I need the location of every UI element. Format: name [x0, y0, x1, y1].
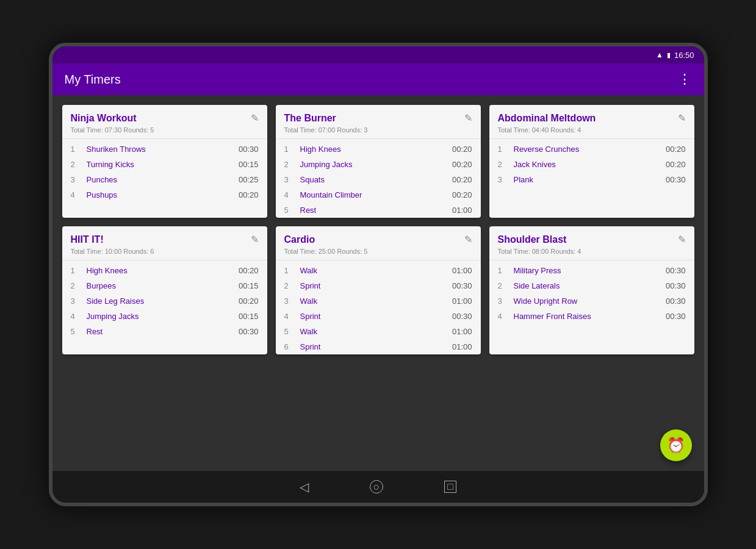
- exercise-number: 2: [498, 281, 508, 290]
- card-title-ninja-workout: Ninja Workout: [71, 113, 137, 124]
- card-divider-ninja-workout: [62, 138, 267, 139]
- card-divider-hiit-it: [62, 260, 267, 260]
- exercise-name: Side Leg Raises: [87, 296, 232, 306]
- battery-icon: ▮: [667, 51, 671, 59]
- list-item: 3Side Leg Raises00:20: [62, 293, 267, 309]
- card-the-burner[interactable]: The Burner✎Total Time: 07:00 Rounds: 31H…: [276, 105, 481, 218]
- exercise-number: 3: [498, 296, 508, 306]
- exercise-number: 2: [498, 160, 508, 169]
- status-time: 16:50: [674, 51, 694, 60]
- exercise-duration: 00:20: [452, 160, 472, 169]
- list-item: 1Shuriken Throws00:30: [62, 142, 267, 157]
- edit-button-the-burner[interactable]: ✎: [464, 112, 472, 124]
- recents-button[interactable]: □: [444, 481, 456, 493]
- card-shoulder-blast[interactable]: Shoulder Blast✎Total Time: 08:00 Rounds:…: [489, 226, 694, 354]
- card-header-the-burner: The Burner✎: [276, 105, 481, 126]
- exercise-name: Plank: [514, 175, 660, 184]
- exercise-duration: 00:25: [239, 175, 259, 184]
- list-item: 1High Knees00:20: [62, 263, 267, 278]
- exercise-duration: 00:30: [452, 312, 472, 321]
- exercise-name: Burpees: [87, 281, 232, 290]
- exercise-name: Rest: [87, 327, 232, 336]
- edit-button-ninja-workout[interactable]: ✎: [251, 112, 259, 124]
- exercise-name: Sprint: [300, 312, 446, 321]
- exercise-number: 5: [284, 206, 294, 215]
- list-item: 2Sprint00:30: [276, 278, 481, 293]
- card-hiit-it[interactable]: HIIT IT!✎Total Time: 10:00 Rounds: 61Hig…: [62, 226, 267, 354]
- exercise-duration: 00:20: [452, 190, 472, 199]
- exercise-number: 6: [284, 342, 294, 351]
- list-item: 4Pushups00:20: [62, 187, 267, 203]
- exercise-duration: 00:30: [239, 145, 259, 154]
- exercise-duration: 01:00: [452, 342, 472, 351]
- exercise-number: 3: [71, 296, 81, 306]
- exercise-number: 3: [284, 175, 294, 184]
- edit-button-hiit-it[interactable]: ✎: [251, 234, 259, 245]
- navigation-bar: ◁ ○ □: [52, 471, 704, 503]
- exercise-duration: 01:00: [452, 266, 472, 275]
- list-item: 3Punches00:25: [62, 172, 267, 187]
- list-item: 4Jumping Jacks00:15: [62, 309, 267, 324]
- card-title-the-burner: The Burner: [284, 113, 336, 124]
- card-divider-the-burner: [276, 138, 481, 139]
- exercise-name: Walk: [300, 266, 446, 275]
- add-timer-fab[interactable]: ⏰: [660, 429, 692, 461]
- exercise-number: 2: [71, 160, 81, 169]
- card-ninja-workout[interactable]: Ninja Workout✎Total Time: 07:30 Rounds: …: [62, 105, 267, 218]
- exercise-duration: 00:30: [666, 266, 686, 275]
- card-subtitle-abdominal-meltdown: Total Time: 04:40 Rounds: 4: [489, 126, 694, 138]
- edit-button-shoulder-blast[interactable]: ✎: [678, 234, 686, 245]
- edit-button-cardio[interactable]: ✎: [464, 234, 472, 245]
- exercise-duration: 00:20: [239, 190, 259, 199]
- exercise-number: 1: [71, 145, 81, 154]
- exercise-duration: 00:30: [666, 296, 686, 306]
- list-item: 1Walk01:00: [276, 263, 481, 278]
- exercise-number: 1: [498, 145, 508, 154]
- card-subtitle-ninja-workout: Total Time: 07:30 Rounds: 5: [62, 126, 267, 138]
- more-options-button[interactable]: ⋮: [678, 71, 692, 87]
- exercise-duration: 00:30: [666, 175, 686, 184]
- card-subtitle-cardio: Total Time: 25:00 Rounds: 5: [276, 248, 481, 260]
- wifi-icon: ▲: [656, 51, 663, 59]
- exercise-name: Walk: [300, 327, 446, 336]
- exercise-name: Side Laterals: [514, 281, 660, 290]
- list-item: 2Jack Knives00:20: [489, 157, 694, 172]
- app-bar: My Timers ⋮: [52, 63, 704, 95]
- exercise-duration: 00:30: [666, 281, 686, 290]
- exercise-duration: 00:20: [666, 160, 686, 169]
- app-title: My Timers: [65, 73, 121, 87]
- exercise-duration: 00:20: [452, 175, 472, 184]
- card-subtitle-the-burner: Total Time: 07:00 Rounds: 3: [276, 126, 481, 138]
- card-header-cardio: Cardio✎: [276, 226, 481, 248]
- exercise-duration: 00:20: [239, 266, 259, 275]
- list-item: 6Sprint01:00: [276, 339, 481, 354]
- list-item: 3Plank00:30: [489, 172, 694, 187]
- list-item: 1Reverse Crunches00:20: [489, 142, 694, 157]
- card-header-abdominal-meltdown: Abdominal Meltdown✎: [489, 105, 694, 126]
- exercise-number: 2: [284, 281, 294, 290]
- back-button[interactable]: ◁: [300, 479, 309, 494]
- edit-button-abdominal-meltdown[interactable]: ✎: [678, 112, 686, 124]
- card-subtitle-hiit-it: Total Time: 10:00 Rounds: 6: [62, 248, 267, 260]
- home-button[interactable]: ○: [370, 480, 383, 493]
- card-title-cardio: Cardio: [284, 234, 315, 245]
- exercise-duration: 00:15: [239, 312, 259, 321]
- card-title-hiit-it: HIIT IT!: [71, 234, 104, 245]
- list-item: 4Hammer Front Raises00:30: [489, 309, 694, 324]
- status-bar: ▲ ▮ 16:50: [52, 46, 704, 63]
- exercise-number: 5: [71, 327, 81, 336]
- exercise-duration: 00:20: [239, 296, 259, 306]
- main-content: Ninja Workout✎Total Time: 07:30 Rounds: …: [52, 95, 704, 471]
- exercise-duration: 00:20: [666, 145, 686, 154]
- exercise-name: Sprint: [300, 342, 446, 351]
- list-item: 2Side Laterals00:30: [489, 278, 694, 293]
- exercise-name: Wide Upright Row: [514, 296, 660, 306]
- card-cardio[interactable]: Cardio✎Total Time: 25:00 Rounds: 51Walk0…: [276, 226, 481, 354]
- list-item: 5Walk01:00: [276, 324, 481, 339]
- card-abdominal-meltdown[interactable]: Abdominal Meltdown✎Total Time: 04:40 Rou…: [489, 105, 694, 218]
- exercise-name: Turning Kicks: [87, 160, 232, 169]
- exercise-number: 2: [71, 281, 81, 290]
- list-item: 3Walk01:00: [276, 293, 481, 309]
- exercise-name: High Knees: [300, 145, 446, 154]
- exercise-name: Military Press: [514, 266, 660, 275]
